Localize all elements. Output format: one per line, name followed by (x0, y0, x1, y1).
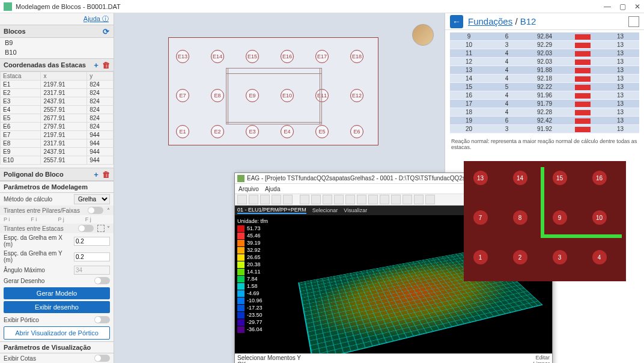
espy-input[interactable] (74, 252, 110, 261)
table-row[interactable]: E72197.91944 (1, 131, 114, 139)
table-row[interactable]: E82317.91944 (1, 139, 114, 148)
tool-button[interactable] (334, 195, 344, 204)
coord-table[interactable]: Estaca x y E12197.91824E22317.91824E3243… (0, 72, 114, 168)
eag-tab-vis[interactable]: Visualizar (344, 207, 367, 213)
espx-input[interactable] (74, 237, 110, 246)
tool-button[interactable] (357, 195, 366, 204)
cotas-toggle[interactable] (94, 355, 110, 362)
table-row[interactable]: 11492.0313 (450, 49, 639, 58)
estaca-node[interactable]: E14 (211, 50, 224, 63)
view-cube-icon[interactable] (412, 24, 434, 46)
bloco-item[interactable]: B10 (0, 47, 114, 57)
tool-button[interactable] (311, 195, 321, 204)
tool-button[interactable] (283, 195, 293, 204)
estaca-node[interactable]: E17 (315, 50, 329, 63)
eag-menu-ajuda[interactable]: Ajuda (265, 186, 281, 192)
table-row[interactable]: E32437.91824 (1, 97, 114, 106)
plan-node[interactable]: 7 (473, 210, 488, 225)
tool-button[interactable] (272, 195, 281, 204)
plan-node[interactable]: 8 (513, 210, 527, 225)
estaca-node[interactable]: E16 (281, 50, 294, 63)
plan-node[interactable]: 10 (592, 210, 607, 225)
portico-toggle[interactable] (94, 316, 110, 323)
estaca-node[interactable]: E6 (350, 125, 363, 138)
estaca-node[interactable]: E15 (246, 50, 259, 63)
table-row[interactable]: 17491.7913 (450, 100, 639, 108)
blocos-list[interactable]: B9B10B11B12B13 (0, 38, 114, 58)
plan-node[interactable]: 2 (513, 250, 527, 264)
exibir-desenho-button[interactable]: Exibir desenho (4, 301, 110, 313)
table-row[interactable]: E42557.91824 (1, 106, 114, 114)
plan-node[interactable]: 4 (592, 250, 607, 264)
estaca-node[interactable]: E5 (315, 125, 329, 138)
tir-pilares-toggle[interactable] (88, 207, 103, 214)
table-row[interactable]: 18492.2813 (450, 108, 639, 117)
table-row[interactable]: 16491.9613 (450, 91, 639, 100)
tool-button[interactable] (414, 195, 424, 204)
plan-node[interactable]: 14 (513, 171, 527, 185)
eag-tab-sel[interactable]: Selecionar (312, 207, 338, 213)
bloco-item[interactable]: B9 (0, 38, 114, 47)
eag-limpar-link[interactable]: Limpar (533, 361, 550, 363)
eag-menu-arquivo[interactable]: Arquivo (238, 186, 259, 192)
table-row[interactable]: 9692.8413 (450, 32, 639, 41)
estaca-node[interactable]: E9 (246, 89, 259, 102)
crumb-root-link[interactable]: Fundações (468, 16, 512, 26)
estaca-node[interactable]: E18 (350, 50, 363, 63)
tool-button[interactable] (391, 195, 401, 204)
table-row[interactable]: 12492.0313 (450, 58, 639, 66)
estaca-node[interactable]: E1 (176, 125, 189, 138)
tool-button[interactable] (237, 195, 247, 204)
table-row[interactable]: E92437.91944 (1, 148, 114, 156)
tool-button[interactable] (380, 195, 389, 204)
grid-icon[interactable] (97, 225, 105, 232)
plan-node[interactable]: 13 (473, 171, 488, 185)
back-button[interactable]: ← (450, 15, 463, 28)
table-row[interactable]: 13491.8813 (450, 66, 639, 75)
reload-icon[interactable]: ⟳ (102, 27, 110, 35)
plan-node[interactable]: 15 (553, 171, 567, 185)
estaca-node[interactable]: E10 (281, 89, 294, 102)
tool-button[interactable] (260, 195, 270, 204)
table-row[interactable]: 10392.2913 (450, 41, 639, 49)
table-row[interactable]: E52677.91824 (1, 114, 114, 123)
help-link[interactable]: Ajuda ⓘ (84, 15, 109, 22)
plan-node[interactable]: 1 (473, 250, 488, 264)
tool-button[interactable] (323, 195, 332, 204)
estaca-node[interactable]: E7 (176, 89, 189, 102)
tool-button[interactable] (300, 195, 309, 204)
tool-button[interactable] (368, 195, 378, 204)
table-row[interactable]: 14492.1813 (450, 75, 639, 83)
center-viewport[interactable]: E1E2E3E4E5E6E7E8E9E10E11E12E13E14E15E16E… (114, 13, 445, 363)
delete-icon[interactable]: 🗑 (102, 61, 110, 69)
estaca-node[interactable]: E8 (211, 89, 224, 102)
minimize-button[interactable]: — (604, 2, 611, 11)
estaca-node[interactable]: E13 (176, 50, 189, 63)
estaca-node[interactable]: E2 (211, 125, 224, 138)
tool-button[interactable] (425, 195, 435, 204)
table-row[interactable]: E102557.91944 (1, 156, 114, 165)
estaca-node[interactable]: E4 (281, 125, 294, 138)
foundation-plan[interactable]: 13141516789101234 (464, 161, 626, 281)
plan-node[interactable]: 16 (592, 171, 607, 185)
add-poly-icon[interactable]: + (92, 170, 100, 178)
table-row[interactable]: 19692.4213 (450, 117, 639, 125)
metodo-select[interactable]: Grelha (74, 194, 110, 204)
eag-editar-link[interactable]: Editar (533, 355, 550, 361)
table-row[interactable]: E12197.91824 (1, 81, 114, 89)
add-icon[interactable]: + (92, 61, 100, 69)
abrir-portico-button[interactable]: Abrir Visualizador de Pórtico (4, 326, 110, 340)
table-row[interactable]: E22317.91824 (1, 89, 114, 97)
table-row[interactable]: 15592.2213 (450, 83, 639, 91)
tir-estacas-toggle[interactable] (78, 225, 94, 232)
eag-tab[interactable]: 01 - ELU1/PERM/PP+PERM (237, 207, 306, 214)
tool-button[interactable] (345, 195, 355, 204)
gerar-modelo-button[interactable]: Gerar Modelo (4, 287, 110, 299)
maximize-button[interactable]: ▢ (619, 2, 626, 11)
plan-node[interactable]: 9 (553, 210, 567, 225)
document-icon[interactable] (628, 16, 639, 27)
close-button[interactable]: ✕ (634, 2, 640, 11)
table-row[interactable]: 20391.9213 (450, 125, 639, 133)
estaca-node[interactable]: E12 (350, 89, 363, 102)
tool-button[interactable] (402, 195, 412, 204)
